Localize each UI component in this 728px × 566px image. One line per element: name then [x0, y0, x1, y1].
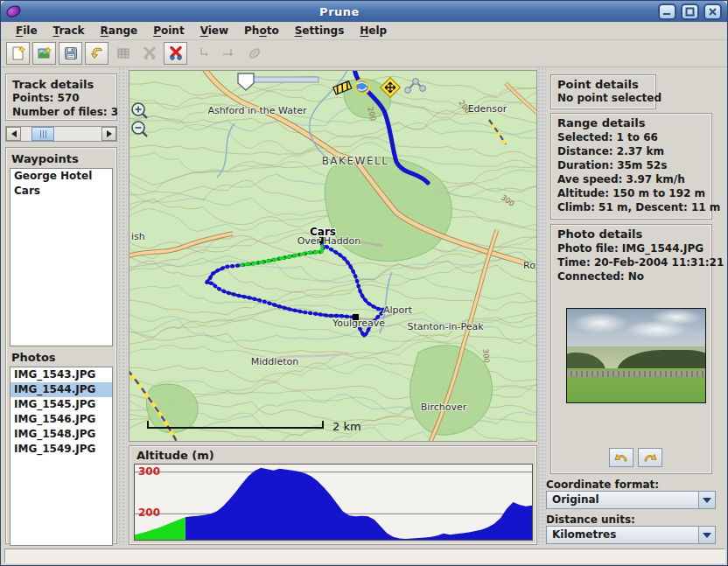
tool-bar [1, 40, 727, 67]
coordinate-format-value: Original [547, 492, 698, 508]
map-canvas[interactable]: Ashford in the Water BAKEWELL Edensor is… [130, 71, 536, 441]
photos-list[interactable]: IMG_1543.JPG IMG_1544.JPG IMG_1545.JPG I… [10, 367, 113, 546]
maximize-button[interactable] [681, 3, 699, 20]
point-details-status: No point selected [557, 91, 655, 105]
waypoint-item[interactable]: George Hotel [10, 169, 112, 184]
coordinate-format-select[interactable]: Original [546, 491, 716, 509]
next-point-button [216, 42, 240, 65]
minimize-button[interactable] [658, 3, 676, 20]
range-duration: Duration: 35m 52s [557, 158, 711, 172]
close-icon [708, 7, 718, 17]
photo-thumbnail [566, 308, 706, 403]
menu-settings[interactable]: Settings [287, 23, 353, 38]
menu-track[interactable]: Track [46, 23, 93, 38]
menu-range[interactable]: Range [93, 23, 146, 38]
menu-view[interactable]: View [192, 23, 236, 38]
prev-point-button [190, 42, 214, 65]
point-table-button [111, 42, 135, 65]
title-bar[interactable]: Prune [1, 1, 727, 22]
undo-button[interactable] [85, 42, 108, 65]
photo-item[interactable]: IMG_1545.JPG [10, 397, 112, 412]
map-label-edensor: Edensor [468, 103, 508, 115]
status-bar [4, 549, 725, 563]
range-selected: Selected: 1 to 66 [557, 130, 711, 144]
menu-point[interactable]: Point [145, 23, 192, 38]
range-distance: Distance: 2.37 km [557, 144, 711, 158]
menu-help[interactable]: Help [352, 23, 395, 38]
connect-photo-button [242, 42, 266, 65]
map-label-ashford: Ashford in the Water [207, 105, 307, 116]
save-file-icon [63, 45, 79, 61]
track-files-count: Number of files: 3 [12, 105, 116, 119]
altitude-tick-label: 200 [138, 507, 160, 519]
new-file-icon [10, 45, 26, 61]
coordinate-format-label: Coordinate format: [546, 479, 659, 491]
track-scrollbar[interactable] [5, 126, 117, 142]
menu-photo[interactable]: Photo [236, 23, 287, 38]
photo-item[interactable]: IMG_1546.JPG [10, 412, 112, 427]
menu-file[interactable]: File [8, 23, 46, 38]
globe-icon [355, 80, 369, 94]
altitude-area [186, 468, 532, 540]
chevron-down-icon [703, 533, 711, 538]
waypoint-item[interactable]: Cars [10, 184, 112, 199]
track-details-title: Track details [12, 78, 116, 91]
map-label-alport: Alport [383, 304, 413, 316]
scroll-left-button[interactable] [6, 127, 21, 141]
triangle-right-icon [107, 130, 112, 137]
distance-units-label: Distance units: [546, 514, 635, 526]
close-button[interactable] [704, 3, 722, 20]
left-splitter[interactable] [118, 67, 127, 545]
add-photo-button[interactable] [32, 42, 56, 65]
photo-item-selected[interactable]: IMG_1544.JPG [10, 382, 112, 397]
rotate-right-button[interactable] [638, 448, 662, 467]
add-photo-icon [37, 45, 52, 61]
app-window: Prune File Track Range Point View Photo … [0, 0, 728, 566]
map-label-middleton: Middleton [251, 356, 298, 367]
range-details-title: Range details [557, 116, 711, 129]
app-icon-prune [4, 3, 22, 19]
minimize-icon [662, 7, 672, 17]
track-points-count: Points: 570 [12, 91, 116, 105]
delete-range-button[interactable] [164, 42, 187, 65]
next-point-icon [220, 45, 236, 61]
menu-bar: File Track Range Point View Photo Settin… [1, 22, 727, 40]
new-file-button[interactable] [6, 42, 30, 65]
scroll-right-button[interactable] [102, 127, 116, 141]
save-file-button[interactable] [59, 42, 82, 65]
photos-title: Photos [11, 351, 113, 364]
scrollbar-thumb[interactable] [32, 127, 54, 141]
photo-item[interactable]: IMG_1548.JPG [10, 427, 112, 442]
photo-item[interactable]: IMG_1543.JPG [10, 367, 112, 382]
prev-point-icon [194, 45, 210, 61]
photo-item[interactable]: IMG_1549.JPG [10, 442, 112, 457]
distance-units-dropdown-button[interactable] [698, 527, 715, 543]
range-altitude: Altitude: 150 m to 192 m [557, 186, 711, 200]
delete-range-icon [168, 45, 184, 61]
cut-point-button [137, 42, 161, 65]
map-label-over-haddon: Over Haddon [298, 235, 361, 247]
range-ave-speed: Ave speed: 3.97 km/h [557, 172, 711, 186]
cut-point-icon [142, 45, 158, 61]
scale-bar-label: 2 km [332, 420, 361, 433]
map-view[interactable]: Ashford in the Water BAKEWELL Edensor is… [129, 70, 537, 442]
triangle-left-icon [11, 130, 17, 137]
scrollbar-track[interactable] [21, 127, 102, 141]
waypoints-list[interactable]: George Hotel Cars [10, 168, 113, 346]
undo-icon [89, 45, 105, 61]
rotate-left-button[interactable] [609, 448, 634, 467]
altitude-area-selected [135, 517, 186, 540]
photo-details-title: Photo details [557, 227, 711, 241]
range-climb-descent: Climb: 51 m, Descent: 11 m [557, 200, 711, 214]
map-label-rows: Rows [523, 260, 536, 271]
coordinate-format-dropdown-button[interactable] [698, 492, 715, 508]
connect-photo-icon [247, 45, 262, 61]
chevron-down-icon [703, 498, 711, 503]
distance-units-value: Kilometres [547, 527, 698, 543]
right-splitter[interactable] [537, 67, 546, 545]
altitude-chart[interactable]: 300200 [134, 464, 533, 541]
point-details-panel: Point details No point selected [550, 74, 656, 109]
distance-units-select[interactable]: Kilometres [546, 526, 716, 544]
altitude-panel: Altitude (m) 300200 [129, 445, 537, 545]
maximize-icon [685, 7, 695, 17]
